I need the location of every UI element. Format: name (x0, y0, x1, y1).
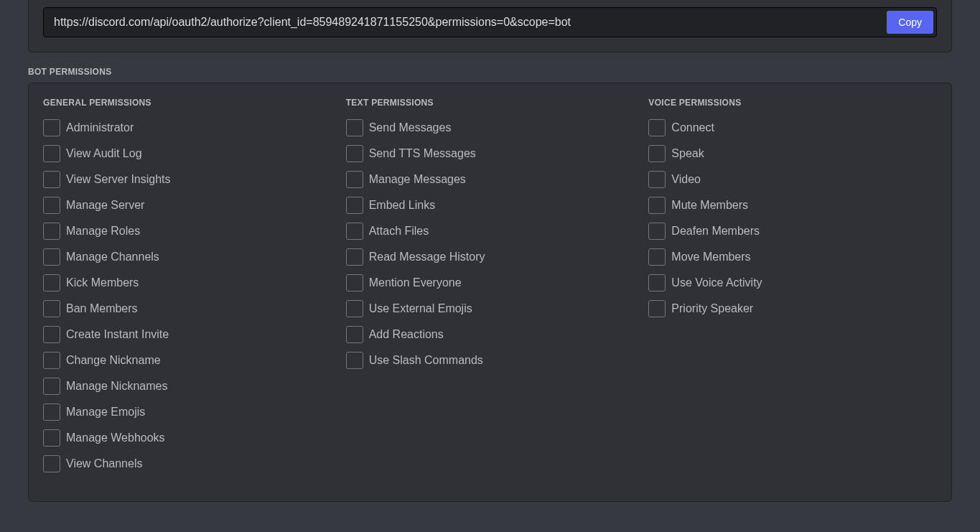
general-permissions-list: AdministratorView Audit LogView Server I… (43, 119, 332, 472)
permission-row[interactable]: Ban Members (43, 300, 332, 317)
permission-row[interactable]: Change Nickname (43, 352, 332, 369)
permission-row[interactable]: Manage Nicknames (43, 378, 332, 395)
permission-checkbox[interactable] (346, 145, 363, 162)
general-permissions-heading: GENERAL PERMISSIONS (43, 98, 332, 108)
permission-row[interactable]: Embed Links (346, 197, 635, 214)
permission-row[interactable]: Manage Webhooks (43, 429, 332, 447)
permission-checkbox[interactable] (43, 352, 60, 369)
copy-button[interactable]: Copy (887, 11, 933, 34)
permission-checkbox[interactable] (346, 274, 363, 291)
permission-row[interactable]: Mute Members (648, 197, 937, 214)
permission-row[interactable]: Kick Members (43, 274, 332, 291)
permission-checkbox[interactable] (346, 223, 363, 240)
permission-row[interactable]: Read Message History (346, 248, 635, 266)
permission-label: Embed Links (369, 197, 436, 214)
permission-label: Move Members (671, 248, 750, 266)
permission-label: Manage Server (66, 197, 144, 214)
permission-row[interactable]: Priority Speaker (648, 300, 937, 317)
permission-checkbox[interactable] (43, 300, 60, 317)
permission-row[interactable]: View Channels (43, 455, 332, 472)
permission-label: Manage Webhooks (66, 429, 165, 447)
permission-label: Mute Members (671, 197, 748, 214)
permission-checkbox[interactable] (43, 223, 60, 240)
permission-label: Video (671, 171, 701, 188)
permission-label: Use External Emojis (369, 300, 472, 317)
permission-checkbox[interactable] (346, 352, 363, 369)
permission-checkbox[interactable] (648, 119, 666, 136)
oauth-url-input[interactable] (44, 16, 887, 29)
permission-checkbox[interactable] (648, 248, 666, 266)
permission-label: Deafen Members (671, 223, 760, 240)
permission-row[interactable]: Use Slash Commands (346, 352, 635, 369)
permission-checkbox[interactable] (346, 326, 363, 343)
voice-permissions-list: ConnectSpeakVideoMute MembersDeafen Memb… (648, 119, 937, 317)
permission-label: Use Slash Commands (369, 352, 483, 369)
permission-row[interactable]: Manage Channels (43, 248, 332, 266)
permission-checkbox[interactable] (43, 119, 60, 136)
oauth-url-panel: Copy (28, 0, 952, 52)
permission-label: Read Message History (369, 248, 485, 266)
permission-row[interactable]: Use External Emojis (346, 300, 635, 317)
permission-row[interactable]: View Audit Log (43, 145, 332, 162)
permission-label: View Server Insights (66, 171, 171, 188)
permission-checkbox[interactable] (648, 145, 666, 162)
permission-row[interactable]: Attach Files (346, 223, 635, 240)
permission-checkbox[interactable] (43, 274, 60, 291)
permission-label: Change Nickname (66, 352, 161, 369)
permission-checkbox[interactable] (43, 171, 60, 188)
permission-checkbox[interactable] (43, 326, 60, 343)
permission-label: Ban Members (66, 300, 138, 317)
permission-row[interactable]: Manage Server (43, 197, 332, 214)
permission-row[interactable]: Manage Roles (43, 223, 332, 240)
permission-label: Speak (671, 145, 704, 162)
permission-checkbox[interactable] (43, 248, 60, 266)
permission-label: Manage Channels (66, 248, 159, 266)
permission-checkbox[interactable] (346, 171, 363, 188)
permission-row[interactable]: Send TTS Messages (346, 145, 635, 162)
permission-row[interactable]: Create Instant Invite (43, 326, 332, 343)
permission-checkbox[interactable] (43, 197, 60, 214)
permission-label: Administrator (66, 119, 134, 136)
permission-checkbox[interactable] (346, 300, 363, 317)
permission-label: Connect (671, 119, 714, 136)
permission-checkbox[interactable] (43, 429, 60, 447)
permission-row[interactable]: View Server Insights (43, 171, 332, 188)
permission-row[interactable]: Add Reactions (346, 326, 635, 343)
permission-label: Send TTS Messages (369, 145, 476, 162)
permission-label: Send Messages (369, 119, 452, 136)
oauth-url-box: Copy (43, 7, 937, 37)
permission-row[interactable]: Move Members (648, 248, 937, 266)
permission-row[interactable]: Deafen Members (648, 223, 937, 240)
permission-row[interactable]: Manage Emojis (43, 403, 332, 421)
permission-checkbox[interactable] (43, 145, 60, 162)
permission-checkbox[interactable] (346, 248, 363, 266)
permission-checkbox[interactable] (43, 378, 60, 395)
permission-label: Manage Emojis (66, 403, 145, 421)
permission-label: Manage Nicknames (66, 378, 167, 395)
bot-permissions-panel: GENERAL PERMISSIONS AdministratorView Au… (28, 83, 952, 502)
permission-row[interactable]: Manage Messages (346, 171, 635, 188)
permission-label: Add Reactions (369, 326, 444, 343)
permission-row[interactable]: Send Messages (346, 119, 635, 136)
permission-checkbox[interactable] (43, 455, 60, 472)
permission-checkbox[interactable] (648, 274, 666, 291)
permission-checkbox[interactable] (43, 403, 60, 421)
permission-label: Manage Messages (369, 171, 466, 188)
permission-label: Priority Speaker (671, 300, 753, 317)
text-permissions-heading: TEXT PERMISSIONS (346, 98, 635, 108)
permission-row[interactable]: Administrator (43, 119, 332, 136)
bot-permissions-heading: BOT PERMISSIONS (28, 67, 952, 77)
permission-checkbox[interactable] (648, 300, 666, 317)
permission-checkbox[interactable] (648, 171, 666, 188)
permission-row[interactable]: Video (648, 171, 937, 188)
permission-checkbox[interactable] (346, 119, 363, 136)
permission-checkbox[interactable] (648, 223, 666, 240)
permission-label: Use Voice Activity (671, 274, 762, 291)
permission-row[interactable]: Mention Everyone (346, 274, 635, 291)
permission-checkbox[interactable] (346, 197, 363, 214)
permission-row[interactable]: Use Voice Activity (648, 274, 937, 291)
permission-label: Create Instant Invite (66, 326, 169, 343)
permission-checkbox[interactable] (648, 197, 666, 214)
permission-row[interactable]: Connect (648, 119, 937, 136)
permission-row[interactable]: Speak (648, 145, 937, 162)
